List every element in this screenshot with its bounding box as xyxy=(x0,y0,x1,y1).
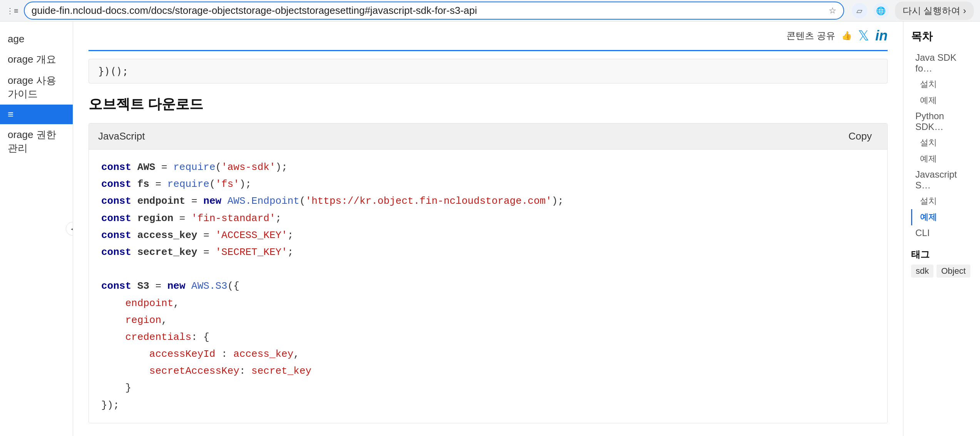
url-input[interactable] xyxy=(32,5,826,17)
linkedin-share-icon[interactable]: in xyxy=(875,28,888,44)
tag-list: sdk Object xyxy=(911,265,972,278)
code-block-header: JavaScript Copy xyxy=(89,123,887,150)
sidebar-item-storage-overview[interactable]: orage 개요 xyxy=(0,49,73,70)
toc-item-python-install[interactable]: 설치 xyxy=(911,135,972,151)
extension-icon[interactable]: 🌐 xyxy=(873,3,889,18)
code-block-body: const AWS = require('aws-sdk'); const fs… xyxy=(89,150,887,423)
toc-item-python-sdk[interactable]: Python SDK… xyxy=(911,108,972,135)
browser-actions: ▱ 🌐 다시 실행하여 › xyxy=(852,2,974,20)
tags-section-label: 태그 xyxy=(911,248,972,261)
toc-item-java-install[interactable]: 설치 xyxy=(911,76,972,92)
retry-button[interactable]: 다시 실행하여 › xyxy=(895,2,974,20)
copy-button[interactable]: Copy xyxy=(842,129,878,144)
bookmark-icon[interactable]: ☆ xyxy=(829,6,836,16)
toc-item-js-install[interactable]: 설치 xyxy=(911,193,972,209)
sidebar-toggle-button[interactable]: ◀ xyxy=(66,222,73,236)
toc-item-java-sdk[interactable]: Java SDK fo… xyxy=(911,50,972,76)
sharing-label: 콘텐츠 공유 xyxy=(786,30,835,42)
sidebar-item-active[interactable]: ≡ xyxy=(0,105,73,124)
tag-object[interactable]: Object xyxy=(937,265,970,278)
twitter-share-icon[interactable]: 𝕏 xyxy=(858,28,869,44)
section-heading: 오브젝트 다운로드 xyxy=(89,95,888,114)
code-close-text: })(); xyxy=(98,65,878,77)
split-view-icon[interactable]: ▱ xyxy=(852,3,867,18)
toc-item-cli[interactable]: CLI xyxy=(911,225,972,241)
page-layout: ◀ age orage 개요 orage 사용 가이드 ≡ orage 권한 관… xyxy=(0,22,980,436)
thumbs-up-icon[interactable]: 👍 xyxy=(841,31,852,41)
toc-sidebar: 목차 Java SDK fo… 설치 예제 Python SDK… 설치 예제 … xyxy=(903,22,980,436)
sidebar-item-storage-auth[interactable]: orage 권한 관리 xyxy=(0,124,73,159)
toc-item-java-example[interactable]: 예제 xyxy=(911,92,972,108)
tag-sdk[interactable]: sdk xyxy=(911,265,933,278)
left-sidebar: ◀ age orage 개요 orage 사용 가이드 ≡ orage 권한 관… xyxy=(0,22,73,436)
toc-title: 목차 xyxy=(911,29,972,44)
browser-bar: ⋮≡ ☆ ▱ 🌐 다시 실행하여 › xyxy=(0,0,980,22)
browser-menu-icon[interactable]: ⋮≡ xyxy=(6,6,18,15)
address-bar: ☆ xyxy=(24,2,844,20)
toc-item-js-example[interactable]: 예제 xyxy=(911,209,972,225)
code-content: const AWS = require('aws-sdk'); const fs… xyxy=(101,159,875,414)
toc-item-js-sdk[interactable]: Javascript S… xyxy=(911,167,972,193)
sharing-bar: 콘텐츠 공유 👍 𝕏 in xyxy=(89,22,888,51)
code-lang-label: JavaScript xyxy=(98,130,145,142)
code-close-block: })(); xyxy=(89,59,888,83)
sidebar-item-storage-guide[interactable]: orage 사용 가이드 xyxy=(0,70,73,105)
code-block-wrapper: JavaScript Copy const AWS = require('aws… xyxy=(89,123,888,423)
sidebar-item-age[interactable]: age xyxy=(0,29,73,49)
toc-item-python-example[interactable]: 예제 xyxy=(911,151,972,167)
main-content: 콘텐츠 공유 👍 𝕏 in })(); 오브젝트 다운로드 JavaScript… xyxy=(73,22,903,436)
